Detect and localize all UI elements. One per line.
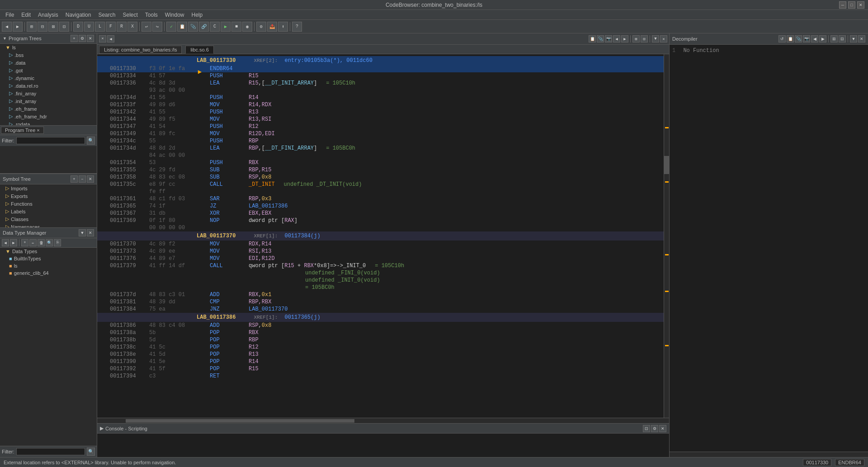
maximize-button[interactable]: □ [848, 1, 855, 9]
asm-line-lea-r15[interactable]: 00117336 4c 8d 3d LEA R15,[__DT_INIT_ARR… [97, 80, 669, 87]
asm-line-cmp[interactable]: 00117381 48 39 dd CMP RBP,RBX [97, 298, 669, 306]
asm-line-call-qword[interactable]: 00117379 41 ff 14 df CALL qword ptr [R15… [97, 262, 669, 269]
dtm-arrow-btn[interactable]: ▼ [79, 229, 86, 236]
listing-hscrollbar[interactable] [97, 418, 669, 423]
asm-line-pop-r15[interactable]: 00117392 41 5f POP R15 [97, 365, 669, 373]
sym-tree-btn1[interactable]: + [71, 175, 78, 183]
asm-line-add-rbx[interactable]: 0011737d 48 83 c3 01 ADD RBX,0x1 [97, 291, 669, 298]
tb-b4[interactable]: C [210, 22, 220, 32]
asm-label-line-3[interactable]: LAB_00117386 XREF[1]: 00117365(j) [97, 313, 669, 322]
asm-line-lea-rbp[interactable]: 0011734d 48 8d 2d LEA RBP,[__DT_FINI_ARR… [97, 145, 669, 152]
asm-line-pop-r12[interactable]: 0011738c 41 5c POP R12 [97, 344, 669, 351]
asm-line-sub-rsp[interactable]: 00117358 48 83 ec 08 SUB RSP,0x8 [97, 174, 669, 181]
prog-tree-config[interactable]: ⚙ [79, 35, 86, 42]
listing-tb-close[interactable]: × [99, 35, 106, 42]
tree-item-rodata[interactable]: ▷ .rodata [0, 120, 97, 125]
tb-b2[interactable]: 📎 [188, 22, 198, 32]
decompiler-collapse[interactable]: ⊟ [839, 35, 846, 42]
filter-search-btn[interactable]: 🔍 [87, 137, 95, 145]
tb-b9[interactable]: 📤 [267, 22, 277, 32]
program-tree-tab[interactable]: Program Tree × [1, 127, 44, 134]
asm-line-push-r14[interactable]: 0011734d 41 56 PUSH R14 [97, 94, 669, 101]
tb-btn4[interactable]: ⊠ [48, 22, 58, 32]
asm-label-line-1[interactable]: LAB_00117330 XREF[2]: entry:00105b3a(*),… [97, 56, 669, 65]
tb-disasm[interactable]: D [73, 22, 83, 32]
tree-item-got[interactable]: ▷ .got [0, 66, 97, 74]
decompiler-btn3[interactable]: 📎 [795, 35, 802, 42]
listing-tb-close2[interactable]: ✕ [660, 35, 667, 42]
filter-input2[interactable] [16, 448, 85, 455]
menu-select[interactable]: Select [119, 11, 141, 19]
asm-line-push-r15[interactable]: 00117334 41 57 PUSH R15 [97, 72, 669, 80]
dtm-tb-next[interactable]: ▶ [10, 239, 17, 246]
minimize-button[interactable]: ─ [839, 1, 846, 9]
menu-tools[interactable]: Tools [142, 11, 161, 19]
listing-tb-next[interactable]: ▶ [621, 35, 628, 42]
sym-tree-close[interactable]: ✕ [87, 175, 94, 183]
tb-checkmark[interactable]: ✓ [166, 22, 176, 32]
decompiler-refresh[interactable]: ↺ [778, 35, 786, 42]
tb-b6[interactable]: ■ [231, 22, 241, 32]
console-config[interactable]: ⚙ [651, 425, 658, 432]
filter-search-btn2[interactable]: 🔍 [87, 448, 95, 456]
menu-window[interactable]: Window [161, 11, 188, 19]
menu-file[interactable]: File [2, 11, 18, 19]
dtm-tb-prev[interactable]: ◀ [2, 239, 9, 246]
dtm-tb-del[interactable]: 🗑 [38, 239, 45, 246]
listing-content[interactable]: ▶ LAB_00117330 XREF[2]: entry:00105b3a(*… [97, 54, 669, 418]
tree-item-data[interactable]: ▷ .data [0, 59, 97, 66]
asm-line-mov-r13[interactable]: 00117344 49 89 f5 MOV R13,RSI [97, 116, 669, 123]
tb-func[interactable]: F [106, 22, 116, 32]
asm-line-pop-rbp[interactable]: 0011738b 5d POP RBP [97, 336, 669, 344]
tree-item-init-array[interactable]: ▷ .init_array [0, 97, 97, 105]
asm-line-push-r12[interactable]: 00117347 41 54 PUSH R12 [97, 123, 669, 130]
program-tree-tab-close[interactable]: × [37, 127, 39, 133]
console-close[interactable]: ✕ [659, 425, 666, 432]
asm-line-mov-r14[interactable]: 0011733f 49 89 d6 MOV R14,RDX [97, 101, 669, 108]
decompiler-prev[interactable]: ◀ [811, 35, 818, 42]
sym-item-namespaces[interactable]: ▷ Namespaces [0, 223, 97, 227]
tb-btn5[interactable]: ⊡ [59, 22, 69, 32]
tree-item-dynamic[interactable]: ▷ .dynamic [0, 74, 97, 82]
decompiler-settings[interactable]: ▼ [850, 35, 857, 42]
tb-b3[interactable]: 🔗 [199, 22, 209, 32]
listing-tb-prev[interactable]: ◀ [613, 35, 620, 42]
menu-navigation[interactable]: Navigation [62, 11, 95, 19]
sym-item-classes[interactable]: ▷ Classes [0, 215, 97, 223]
asm-line-pop-r13[interactable]: 0011738e 41 5d POP R13 [97, 351, 669, 358]
decompiler-btn4[interactable]: 📷 [803, 35, 810, 42]
hscrollbar-thumb[interactable] [126, 419, 354, 423]
tree-item-eh-frame[interactable]: ▷ .eh_frame [0, 105, 97, 113]
tb-b7[interactable]: ◉ [242, 22, 252, 32]
dtm-tb-edit[interactable]: ✏ [29, 239, 37, 246]
tb-bb[interactable]: ? [292, 22, 302, 32]
menu-analysis[interactable]: Analysis [34, 11, 62, 19]
tree-item-ls[interactable]: ▼ ls [0, 44, 97, 51]
tb-xref[interactable]: X [127, 22, 137, 32]
asm-line-pop-r14[interactable]: 00117390 41 5e POP R14 [97, 358, 669, 365]
dtm-item-builtin[interactable]: ■ BuiltInTypes [0, 255, 97, 262]
prog-tree-add[interactable]: + [71, 35, 78, 42]
asm-line-mov-rdx[interactable]: 00117370 4c 89 f2 MOV RDX,R14 [97, 241, 669, 248]
decompiler-btn2[interactable]: 📋 [787, 35, 794, 42]
asm-line-mov-r12d[interactable]: 00117349 41 89 fc MOV R12D,EDI [97, 130, 669, 137]
scrollbar-thumb[interactable] [664, 156, 669, 174]
asm-line-pop-rbx[interactable]: 0011738a 5b POP RBX [97, 329, 669, 336]
tree-item-data-rel-ro[interactable]: ▷ .data.rel.ro [0, 82, 97, 90]
dtm-close-btn[interactable]: ✕ [87, 229, 94, 236]
listing-tb-settings[interactable]: ▼ [652, 35, 659, 42]
tb-b8[interactable]: ⚙ [256, 22, 266, 32]
tb-forward[interactable]: ▶ [13, 22, 23, 32]
listing-scrollbar[interactable] [664, 54, 669, 418]
tb-ba[interactable]: ⬆ [278, 22, 288, 32]
tb-label[interactable]: L [95, 22, 105, 32]
listing-tb-btn3[interactable]: 📋 [589, 35, 596, 42]
dtm-tb-new[interactable]: + [21, 239, 28, 246]
listing-tab-libc[interactable]: libc.so.6 [185, 46, 213, 54]
tb-undef[interactable]: U [84, 22, 94, 32]
listing-tb-btn2[interactable]: ◀ [107, 35, 114, 42]
asm-line-nop[interactable]: 00117369 0f 1f 80 NOP dword ptr [RAX] [97, 217, 669, 224]
dtm-item-data-types[interactable]: ▼ Data Types [0, 248, 97, 255]
decompiler-next[interactable]: ▶ [819, 35, 826, 42]
tb-b5[interactable]: ▶ [221, 22, 231, 32]
